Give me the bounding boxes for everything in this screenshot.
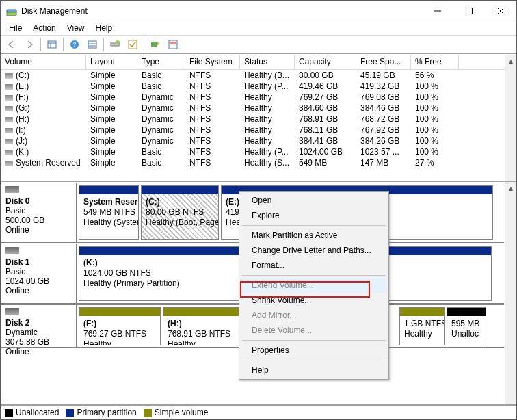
volume-scrollbar[interactable]: ▴ [505,55,516,181]
app-icon [6,5,17,16]
titlebar: Disk Management [1,1,516,21]
col-free[interactable]: Free Spa... [356,55,411,69]
svg-rect-17 [151,42,157,47]
volume-row[interactable]: (K:)SimpleBasicNTFSHealthy (P...1024.00 … [1,146,516,157]
toolbar-check-icon[interactable] [124,37,141,52]
volume-row[interactable]: (C:)SimpleBasicNTFSHealthy (B...80.00 GB… [1,70,516,81]
toolbar-separator [63,38,64,51]
volume-icon [5,84,13,90]
svg-rect-11 [88,41,96,48]
volume-row[interactable]: (H:)SimpleDynamicNTFSHealthy768.91 GB768… [1,114,516,124]
volume-row[interactable]: (E:)SimpleBasicNTFSHealthy (P...419.46 G… [1,81,516,92]
menu-file[interactable]: File [3,22,27,34]
maximize-button[interactable] [453,1,485,21]
partition-bar [163,308,244,316]
volume-icon [5,95,13,101]
disk-header[interactable]: Disk 0Basic500.00 GBOnline [1,183,77,242]
disk-icon [5,247,19,254]
disk-header[interactable]: Disk 2Dynamic3075.88 GBOnline [1,305,77,347]
partition-body: (F:)769.27 GB NTFSHealthy [79,316,160,345]
ctx-separator [242,275,386,276]
disk-icon [5,186,19,193]
partition-bar [79,308,160,316]
ctx-separator [242,360,386,360]
col-capacity[interactable]: Capacity [295,55,356,69]
partition[interactable]: 595 MBUnalloc [447,307,486,345]
scroll-up-icon[interactable]: ▴ [505,55,516,66]
svg-rect-1 [7,12,16,16]
volume-icon [5,128,13,133]
volume-row[interactable]: (G:)SimpleDynamicNTFSHealthy384.60 GB384… [1,103,516,114]
svg-rect-16 [129,40,137,49]
volume-row[interactable]: System ReservedSimpleBasicNTFSHealthy (S… [1,157,516,168]
volume-row[interactable]: (J:)SimpleDynamicNTFSHealthy384.41 GB384… [1,135,516,146]
toolbar-action1-icon[interactable] [147,37,163,52]
legend-unallocated: Unallocated [5,408,59,417]
volume-list: Volume Layout Type File System Status Ca… [1,55,516,182]
partition[interactable]: (F:)769.27 GB NTFSHealthy [79,307,161,345]
toolbar-view-icon[interactable] [44,37,60,52]
forward-button[interactable] [21,37,38,52]
volume-row[interactable]: (I:)SimpleDynamicNTFSHealthy768.11 GB767… [1,124,516,135]
ctx-separator [242,340,386,341]
legend-primary: Primary partition [66,408,136,417]
back-button[interactable] [3,37,20,52]
partition-body: 595 MBUnalloc [447,316,486,345]
volume-rows: (C:)SimpleBasicNTFSHealthy (B...80.00 GB… [1,70,516,168]
menu-view[interactable]: View [62,22,90,34]
ctx-extend-volume[interactable]: Extend Volume... [241,278,387,293]
col-status[interactable]: Status [240,55,295,69]
minimize-button[interactable] [422,1,453,21]
toolbar-separator [40,38,41,51]
ctx-change-letter[interactable]: Change Drive Letter and Paths... [241,243,387,258]
menu-action[interactable]: Action [27,22,61,34]
toolbar: ? [1,35,516,54]
legend-simple: Simple volume [144,408,209,417]
partition-body: (C:)80.00 GB NTFSHealthy (Boot, Page [142,194,218,239]
ctx-properties[interactable]: Properties [241,343,387,358]
col-type[interactable]: Type [137,55,185,69]
menu-help[interactable]: Help [90,22,118,34]
ctx-shrink-volume[interactable]: Shrink Volume... [241,293,387,308]
help-icon[interactable]: ? [66,37,83,52]
partition-body: System Reserved549 MB NTFSHealthy (Syste… [79,194,138,239]
partition-bar [79,186,138,194]
disk-header[interactable]: Disk 1Basic1024.00 GBOnline [1,244,77,303]
toolbar-action2-icon[interactable] [165,37,181,52]
toolbar-list-icon[interactable] [84,37,101,52]
ctx-format[interactable]: Format... [241,258,387,273]
legend: Unallocated Primary partition Simple vol… [1,404,516,419]
close-button[interactable] [485,1,516,21]
partition[interactable]: (C:)80.00 GB NTFSHealthy (Boot, Page [141,185,219,240]
volume-icon [5,161,13,166]
ctx-add-mirror[interactable]: Add Mirror... [241,308,387,323]
volume-icon [5,73,13,79]
svg-point-15 [116,40,120,44]
ctx-help[interactable]: Help [241,363,387,378]
col-fs[interactable]: File System [185,55,240,69]
col-pct[interactable]: % Free [411,55,459,69]
partition[interactable]: (H:)768.91 GB NTFSHealthy [163,307,245,345]
scroll-up-icon[interactable]: ▴ [505,182,516,194]
refresh-disks-icon[interactable] [107,37,123,52]
svg-rect-19 [170,42,176,44]
col-volume[interactable]: Volume [1,55,86,69]
ctx-explore[interactable]: Explore [241,208,387,223]
partition-body: (H:)768.91 GB NTFSHealthy [163,316,244,345]
ctx-delete-volume[interactable]: Delete Volume... [241,323,387,338]
partition-bar [142,186,218,194]
window: Disk Management File Action View Help ? … [0,0,517,420]
volume-row[interactable]: (F:)SimpleDynamicNTFSHealthy769.27 GB769… [1,92,516,103]
partition[interactable]: System Reserved549 MB NTFSHealthy (Syste… [79,185,139,240]
window-title: Disk Management [21,6,422,16]
disk-scrollbar[interactable]: ▴ [505,182,516,404]
svg-text:?: ? [72,41,76,48]
ctx-open[interactable]: Open [241,193,387,208]
toolbar-separator [144,38,144,51]
partition[interactable]: 1 GB NTFSHealthy [399,307,445,345]
col-layout[interactable]: Layout [86,55,137,69]
menubar: File Action View Help [1,21,516,35]
volume-icon [5,150,13,155]
volume-icon [5,117,13,122]
ctx-mark-active[interactable]: Mark Partition as Active [241,228,387,243]
